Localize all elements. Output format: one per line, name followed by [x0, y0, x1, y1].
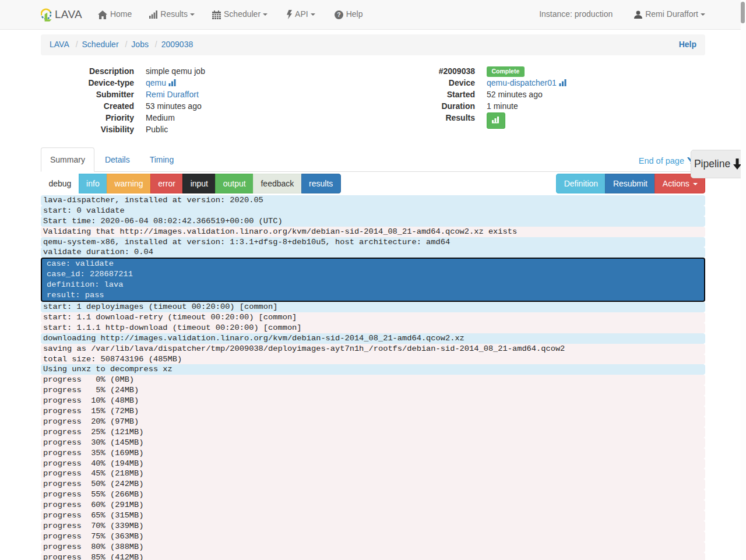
svg-text:?: ?	[337, 11, 340, 18]
